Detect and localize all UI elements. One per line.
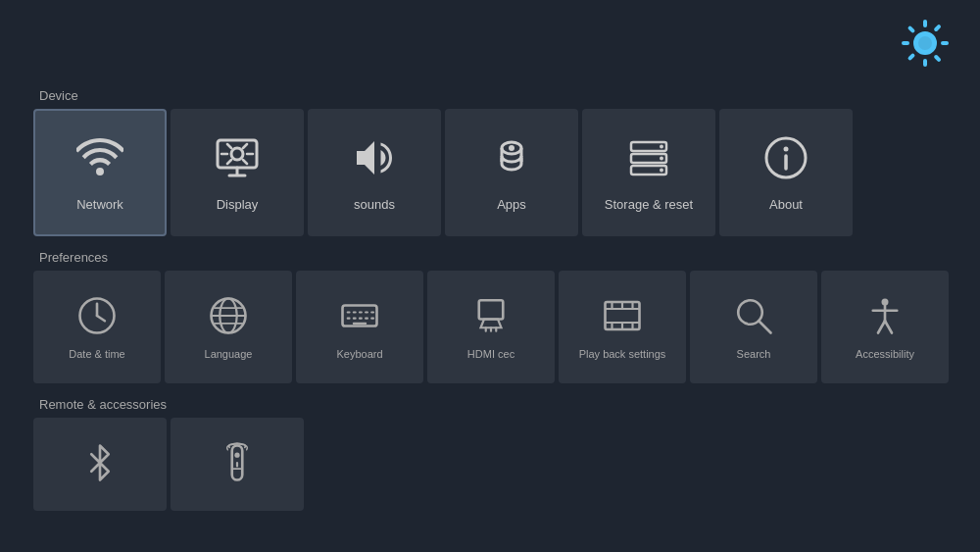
- svg-point-20: [660, 168, 663, 172]
- remote-tile-row: [33, 418, 947, 511]
- svg-rect-4: [941, 41, 949, 45]
- tile-bluetooth[interactable]: [33, 418, 167, 511]
- globe-icon: [208, 295, 249, 340]
- tile-language-label: Language: [205, 348, 253, 360]
- film-icon: [602, 295, 643, 340]
- tile-sounds[interactable]: sounds: [308, 109, 441, 236]
- device-section-label: Device: [39, 88, 980, 103]
- svg-line-60: [878, 321, 885, 332]
- device-tile-row: Network Display sounds Apps: [33, 109, 947, 236]
- tile-network[interactable]: Network: [33, 109, 167, 236]
- svg-point-18: [660, 156, 663, 160]
- svg-line-56: [759, 321, 770, 332]
- tile-sounds-label: sounds: [354, 197, 395, 212]
- tile-datetime-label: Date & time: [69, 348, 124, 360]
- wifi-icon: [76, 134, 123, 187]
- remote-section-label: Remote & accessories: [39, 397, 980, 412]
- tile-display-label: Display: [217, 197, 259, 212]
- tile-search[interactable]: Search: [690, 271, 817, 383]
- tile-keyboard[interactable]: Keyboard: [296, 271, 423, 383]
- accessibility-icon: [864, 295, 906, 340]
- tile-hdmicec[interactable]: HDMI cec: [427, 271, 555, 383]
- remote-icon: [217, 442, 258, 487]
- tile-about[interactable]: About: [719, 109, 853, 236]
- tile-datetime[interactable]: Date & time: [33, 271, 161, 383]
- svg-rect-1: [923, 20, 927, 27]
- svg-point-12: [509, 145, 514, 151]
- preferences-section-label: Preferences: [39, 250, 980, 265]
- search-icon: [733, 295, 774, 340]
- storage-icon: [625, 134, 672, 187]
- display-icon: [214, 134, 261, 187]
- tile-network-label: Network: [76, 197, 123, 212]
- tile-about-label: About: [769, 197, 803, 212]
- svg-line-61: [885, 321, 892, 332]
- gear-icon[interactable]: [900, 18, 951, 69]
- svg-rect-42: [479, 300, 504, 319]
- svg-point-23: [784, 146, 789, 151]
- tile-accessibility[interactable]: Accessibility: [821, 271, 949, 383]
- tile-display[interactable]: Display: [171, 109, 304, 236]
- tile-accessibility-label: Accessibility: [856, 348, 914, 360]
- tile-search-label: Search: [737, 348, 771, 360]
- tile-playback[interactable]: Play back settings: [559, 271, 686, 383]
- svg-point-10: [231, 148, 243, 160]
- info-icon: [762, 134, 809, 187]
- tile-hdmicec-label: HDMI cec: [467, 348, 514, 360]
- tile-apps[interactable]: Apps: [445, 109, 578, 236]
- svg-rect-2: [923, 59, 927, 67]
- svg-rect-3: [902, 41, 909, 45]
- tile-storage-label: Storage & reset: [605, 197, 693, 212]
- keyboard-icon: [339, 295, 380, 340]
- tile-playback-label: Play back settings: [579, 348, 666, 360]
- apps-icon: [488, 134, 535, 187]
- svg-rect-6: [933, 24, 941, 31]
- preferences-tile-row: Date & time Language Keyboard HDMI cec: [33, 271, 947, 383]
- tile-language[interactable]: Language: [165, 271, 292, 383]
- tile-keyboard-label: Keyboard: [336, 348, 382, 360]
- volume-icon: [351, 134, 398, 187]
- svg-point-16: [660, 144, 663, 148]
- hdmi-icon: [470, 295, 512, 340]
- svg-point-63: [234, 452, 239, 457]
- tile-storage[interactable]: Storage & reset: [582, 109, 715, 236]
- tile-remote[interactable]: [171, 418, 304, 511]
- bluetooth-icon: [79, 442, 121, 487]
- clock-icon: [76, 295, 118, 340]
- svg-line-26: [97, 316, 105, 321]
- tile-apps-label: Apps: [497, 197, 526, 212]
